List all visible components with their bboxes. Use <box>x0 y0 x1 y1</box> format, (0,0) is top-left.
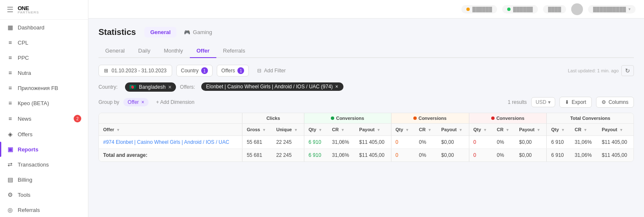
country-tag: 🇧🇩 Bangladesh × <box>125 82 176 92</box>
th-cr-green[interactable]: CR ▼ <box>328 124 355 136</box>
export-button[interactable]: ⬇ Export <box>559 97 592 108</box>
sidebar-item-dashboard[interactable]: ▦ Dashboard <box>0 20 88 35</box>
cell-total-qty-red: 0 <box>469 149 492 162</box>
user-avatar[interactable] <box>571 3 583 15</box>
sort-icon: ▼ <box>561 128 565 132</box>
sort-icon: ▼ <box>620 128 623 132</box>
sidebar: ☰ ONE PARTNERS ▦ Dashboard ≡ CPL ≡ PPC ≡… <box>0 0 88 217</box>
sort-icon: ▼ <box>428 128 431 132</box>
cell-cr-total: 31,06% <box>570 136 598 149</box>
sub-tab-offer[interactable]: Offer <box>190 44 216 58</box>
refresh-button[interactable]: ↻ <box>621 65 634 76</box>
table-section-header-row: Clicks Conversions Conversions Conversio… <box>99 113 633 124</box>
top-header: ██████ ██████ ████ ██████████ ▾ <box>88 0 644 19</box>
add-filter-button[interactable]: ⊟ Add Filter <box>253 66 290 76</box>
th-qty-orange[interactable]: Qty ▼ <box>391 124 415 136</box>
group-tag-remove[interactable]: × <box>141 99 144 105</box>
sort-icon: ▼ <box>405 128 409 132</box>
col-clicks-header: Clicks <box>242 113 304 124</box>
th-gross[interactable]: Gross ▼ <box>242 124 272 136</box>
sidebar-item-referrals[interactable]: ◎ Referrals <box>0 202 88 217</box>
sort-icon: ▼ <box>583 128 587 132</box>
sidebar-item-billing[interactable]: ▤ Billing <box>0 172 88 187</box>
cell-total-payout-red: $0,00 <box>515 149 547 162</box>
sidebar-item-ppc[interactable]: ≡ PPC <box>0 50 88 65</box>
balance-dot <box>466 8 470 11</box>
gaming-icon: 🎮 <box>184 29 190 35</box>
sort-icon: ▼ <box>506 128 509 132</box>
sidebar-item-reports[interactable]: ▣ Reports <box>0 142 88 157</box>
columns-button[interactable]: ⚙ Columns <box>596 97 634 108</box>
th-qty-total[interactable]: Qty ▼ <box>547 124 570 136</box>
total-row: Total and average: 55 681 22 245 6 910 3… <box>99 149 633 162</box>
sidebar-item-news[interactable]: ≡ News 2 <box>0 111 88 127</box>
offers-tag-remove[interactable]: × <box>335 84 338 90</box>
cell-total-payout-orange: $0,00 <box>437 149 469 162</box>
sub-tab-monthly[interactable]: Monthly <box>157 44 190 58</box>
th-cr-red[interactable]: CR ▼ <box>492 124 515 136</box>
filter-icon: ⊟ <box>257 68 261 74</box>
th-cr-total[interactable]: CR ▼ <box>570 124 598 136</box>
country-tag-remove[interactable]: × <box>168 84 171 90</box>
cell-total-qty-total: 6 910 <box>547 149 570 162</box>
th-payout-green[interactable]: Payout ▼ <box>355 124 391 136</box>
sidebar-item-cpl[interactable]: ≡ CPL <box>0 35 88 50</box>
sidebar-item-kreo[interactable]: ≡ Крео (BETA) <box>0 95 88 111</box>
columns-icon: ⚙ <box>601 99 606 105</box>
ppc-icon: ≡ <box>7 54 13 61</box>
cell-payout-green: $11 405,00 <box>355 136 391 149</box>
date-range-filter[interactable]: ⊞ 01.10.2023 - 31.10.2023 <box>98 65 172 77</box>
cell-offer[interactable]: #974 Elonbet | Casino Wheel Girls | Andr… <box>99 136 242 149</box>
page-title: Statistics <box>98 27 136 37</box>
th-payout-red[interactable]: Payout ▼ <box>515 124 547 136</box>
offers-filter-chip[interactable]: Offers 1 <box>217 65 249 77</box>
news-icon: ≡ <box>7 115 13 122</box>
menu-icon[interactable]: ☰ <box>7 5 13 14</box>
th-offer[interactable]: Offer ▼ <box>99 124 242 136</box>
news-badge: 2 <box>74 115 81 122</box>
sort-icon: ▼ <box>537 128 540 132</box>
tab-general[interactable]: General <box>144 27 176 37</box>
sort-icon: ▼ <box>318 128 322 132</box>
sidebar-item-nutra[interactable]: ≡ Nutra <box>0 65 88 80</box>
th-payout-orange[interactable]: Payout ▼ <box>437 124 469 136</box>
th-unique[interactable]: Unique ▼ <box>272 124 304 136</box>
transactions-icon: ⇄ <box>7 161 13 168</box>
sidebar-item-tools[interactable]: ⚙ Tools <box>0 187 88 202</box>
kreo-icon: ≡ <box>7 100 13 106</box>
sub-tab-general[interactable]: General <box>98 44 131 58</box>
currency-selector[interactable]: USD ▾ <box>531 97 555 107</box>
sidebar-item-apps-fb[interactable]: ≡ Приложения FB <box>0 80 88 95</box>
group-offer-tag: Offer × <box>123 98 148 106</box>
main-area: ██████ ██████ ████ ██████████ ▾ Statisti… <box>88 0 644 217</box>
chevron-down-icon: ▾ <box>548 99 551 105</box>
dashboard-icon: ▦ <box>7 24 13 31</box>
country-filter-chip[interactable]: Country 1 <box>176 65 213 77</box>
cell-gross: 55 681 <box>242 136 272 149</box>
cell-total-payout-total: $11 405,00 <box>598 149 633 162</box>
cell-total-label: Total and average: <box>99 149 242 162</box>
table-row: #974 Elonbet | Casino Wheel Girls | Andr… <box>99 136 633 149</box>
th-payout-total[interactable]: Payout ▼ <box>598 124 633 136</box>
group-by-row: Group by Offer × + Add Dimension 1 resul… <box>98 97 634 108</box>
add-dimension-button[interactable]: + Add Dimension <box>153 98 198 106</box>
last-updated-info: Last updated: 1 min. ago ↻ <box>568 65 634 76</box>
user-name-item[interactable]: ██████████ ▾ <box>588 5 636 13</box>
sub-tab-referrals[interactable]: Referrals <box>216 44 252 58</box>
sidebar-item-transactions[interactable]: ⇄ Transactions <box>0 157 88 172</box>
sidebar-header: ☰ ONE PARTNERS <box>0 0 88 20</box>
active-filters: Country: 🇧🇩 Bangladesh × Offers: Elonbet… <box>98 82 634 92</box>
sub-tabs: General Daily Monthly Offer Referrals <box>98 44 634 58</box>
download-icon: ⬇ <box>565 99 569 105</box>
cell-cr-red: 0% <box>492 136 515 149</box>
th-qty-red[interactable]: Qty ▼ <box>469 124 492 136</box>
th-qty-green[interactable]: Qty ▼ <box>304 124 328 136</box>
sort-icon: ▼ <box>483 128 487 132</box>
sidebar-item-offers[interactable]: ◈ Offers <box>0 127 88 142</box>
earnings-dot <box>507 8 511 11</box>
sub-tab-daily[interactable]: Daily <box>131 44 157 58</box>
tab-gaming[interactable]: 🎮 Gaming <box>178 27 218 37</box>
conv-green-dot <box>331 116 334 120</box>
col-total-header: Total Conversions <box>547 113 633 124</box>
th-cr-orange[interactable]: CR ▼ <box>415 124 437 136</box>
